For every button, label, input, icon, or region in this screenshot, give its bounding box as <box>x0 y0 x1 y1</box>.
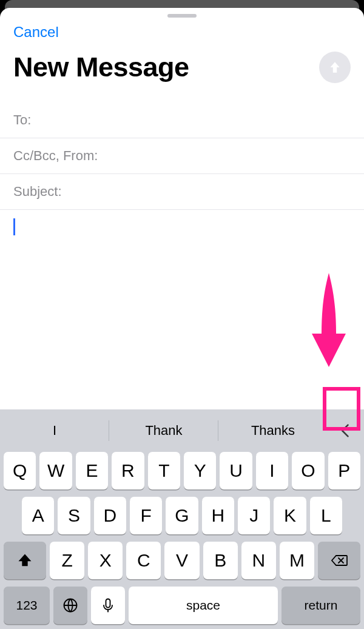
key-x[interactable]: X <box>88 542 123 579</box>
suggestion-1[interactable]: I <box>0 417 109 445</box>
space-key[interactable]: space <box>129 587 278 624</box>
key-d[interactable]: D <box>94 497 126 534</box>
key-v[interactable]: V <box>164 542 199 579</box>
key-l[interactable]: L <box>310 497 342 534</box>
key-g[interactable]: G <box>166 497 198 534</box>
chevron-left-icon <box>337 422 354 439</box>
key-p[interactable]: P <box>328 452 360 489</box>
key-q[interactable]: Q <box>4 452 36 489</box>
suggestion-toggle[interactable] <box>328 422 364 439</box>
cancel-button[interactable]: Cancel <box>13 21 59 52</box>
text-cursor <box>13 218 15 235</box>
microphone-icon <box>99 597 116 614</box>
key-h[interactable]: H <box>202 497 234 534</box>
send-button[interactable] <box>319 52 351 83</box>
suggestion-2[interactable]: Thank <box>109 417 218 445</box>
title-row: New Message <box>13 52 351 83</box>
dictation-key[interactable] <box>91 587 125 624</box>
key-row-1: Q W E R T Y U I O P <box>0 452 364 489</box>
shift-key[interactable] <box>4 542 46 579</box>
key-w[interactable]: W <box>39 452 72 489</box>
backspace-icon <box>331 552 348 569</box>
ccbcc-from-field[interactable]: Cc/Bcc, From: <box>0 138 364 174</box>
key-s[interactable]: S <box>58 497 90 534</box>
key-f[interactable]: F <box>130 497 162 534</box>
key-k[interactable]: K <box>274 497 306 534</box>
key-z[interactable]: Z <box>50 542 84 579</box>
key-r[interactable]: R <box>112 452 144 489</box>
key-n[interactable]: N <box>241 542 276 579</box>
svg-rect-1 <box>106 599 110 608</box>
key-row-4: 123 space return <box>0 587 364 624</box>
annotation-arrow-icon <box>306 273 352 370</box>
key-a[interactable]: A <box>22 497 54 534</box>
key-m[interactable]: M <box>280 542 314 579</box>
key-u[interactable]: U <box>220 452 252 489</box>
key-j[interactable]: J <box>238 497 270 534</box>
numbers-key[interactable]: 123 <box>4 587 50 624</box>
sheet-grabber[interactable] <box>167 14 197 18</box>
key-t[interactable]: T <box>148 452 180 489</box>
keyboard: I Thank Thanks Q W E R T Y U I O P A S D <box>0 409 364 629</box>
return-key[interactable]: return <box>281 587 360 624</box>
key-row-2: A S D F G H J K L <box>0 497 364 534</box>
page-title: New Message <box>13 52 189 83</box>
suggestion-row: I Thank Thanks <box>0 409 364 452</box>
key-e[interactable]: E <box>76 452 108 489</box>
header: Cancel New Message <box>0 21 364 103</box>
subject-field[interactable]: Subject: <box>0 174 364 210</box>
key-row-3: Z X C V B N M <box>0 542 364 579</box>
suggestion-3[interactable]: Thanks <box>218 417 328 445</box>
shift-icon <box>16 552 33 569</box>
key-b[interactable]: B <box>203 542 238 579</box>
key-y[interactable]: Y <box>184 452 216 489</box>
arrow-up-icon <box>327 59 343 75</box>
key-i[interactable]: I <box>256 452 288 489</box>
backspace-key[interactable] <box>318 542 360 579</box>
key-c[interactable]: C <box>126 542 161 579</box>
to-field[interactable]: To: <box>0 103 364 138</box>
key-o[interactable]: O <box>292 452 324 489</box>
globe-key[interactable] <box>53 587 87 624</box>
globe-icon <box>62 597 79 614</box>
